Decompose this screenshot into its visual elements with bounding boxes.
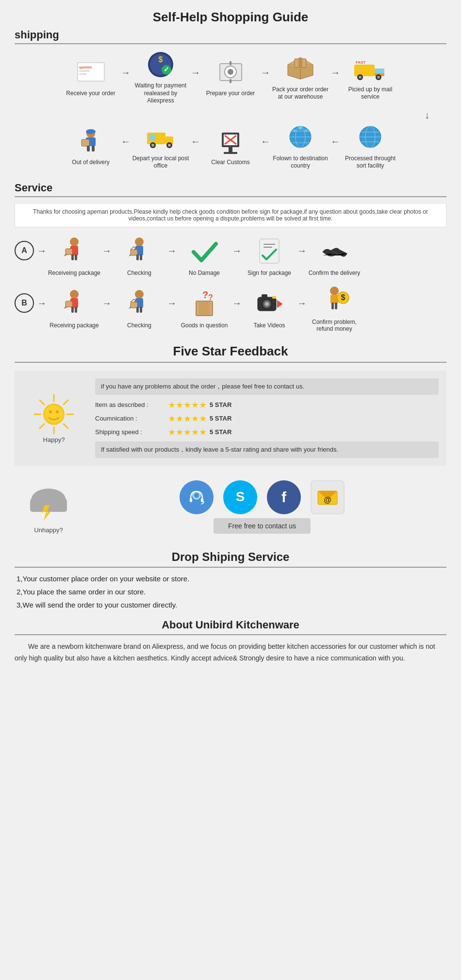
rating-row-2: Coumnication : ★★★★★ 5 STAR <box>95 413 439 424</box>
svg-rect-70 <box>260 239 279 263</box>
service-note: Thanks for choosing apeman products.Plea… <box>15 203 446 227</box>
svg-point-11 <box>228 69 233 75</box>
svg-point-111 <box>56 410 59 413</box>
svg-rect-97 <box>335 303 337 309</box>
service-no-damage: No Damage <box>178 235 231 276</box>
confirm-refund-label: Confirm problem, refund money <box>308 319 361 332</box>
service-checking-a: Checking <box>113 235 166 276</box>
prepare-label: Prepare your order <box>206 90 255 98</box>
svg-rect-71 <box>263 244 275 245</box>
svg-point-24 <box>359 76 362 79</box>
confirm-delivery-icon <box>317 235 351 267</box>
svg-point-53 <box>293 129 296 132</box>
arrow-a-1: → <box>102 245 112 256</box>
svg-rect-72 <box>263 247 272 248</box>
svg-point-78 <box>135 290 144 299</box>
svg-rect-46 <box>224 152 237 154</box>
contact-icons-group: S f <box>87 480 437 534</box>
svg-rect-19 <box>298 59 302 68</box>
happy-icon-container: Happy? <box>22 392 85 443</box>
take-videos-icon <box>252 287 286 319</box>
svg-rect-20 <box>354 65 375 76</box>
contact-cta: Free free to contact us <box>214 518 311 534</box>
svg-rect-80 <box>131 302 137 308</box>
sort-icon <box>353 123 387 152</box>
svg-point-110 <box>49 410 52 413</box>
svg-rect-76 <box>71 307 74 313</box>
skype-icon[interactable]: S <box>223 480 257 514</box>
checking-b-label: Checking <box>127 322 151 329</box>
receive-icon: apeman <box>74 58 108 87</box>
flow-customs: Clear Customs <box>201 127 260 167</box>
main-title: Self-Help Shopping Guide <box>15 10 446 25</box>
receive-a-label: Receiveing package <box>48 270 100 276</box>
facebook-icon[interactable]: f <box>267 480 301 514</box>
rating-row-3: Shipping speed : ★★★★★ 5 STAR <box>95 427 439 438</box>
stars-2: ★★★★★ <box>168 413 207 424</box>
customs-label: Clear Customs <box>211 159 249 167</box>
feedback-title: Five Star Feedback <box>15 344 446 363</box>
arrow-b-4: → <box>297 298 307 309</box>
arrow-left-4: ← <box>330 136 340 147</box>
service-receive-a: Receiveing package <box>48 235 101 276</box>
svg-line-106 <box>64 400 68 405</box>
no-damage-label: No Damage <box>189 270 220 276</box>
arrow-2: → <box>191 67 200 78</box>
no-damage-icon <box>187 235 221 267</box>
pickup-label: Picied up by mail service <box>341 86 399 101</box>
svg-rect-81 <box>136 307 139 313</box>
svg-rect-67 <box>131 250 137 255</box>
star-text-3: 5 STAR <box>210 428 231 436</box>
arrow-left-1: ← <box>121 136 131 147</box>
drop-item-3: 3,We will send the order to your custome… <box>15 601 446 609</box>
svg-rect-22 <box>375 68 384 73</box>
happy-label: Happy? <box>43 436 65 443</box>
receive-a-icon <box>57 235 91 267</box>
flow-sort: Processed throught sort facility <box>341 123 399 170</box>
contact-icons-row: S f <box>180 480 345 514</box>
svg-text:FAST: FAST <box>356 60 366 65</box>
svg-line-105 <box>64 424 68 428</box>
destination-label: Folown to destination country <box>271 155 329 170</box>
postoffice-icon <box>144 123 178 152</box>
star-text-2: 5 STAR <box>210 415 231 422</box>
svg-point-118 <box>194 493 199 498</box>
svg-rect-69 <box>140 254 142 260</box>
svg-rect-119 <box>190 498 192 502</box>
svg-rect-96 <box>331 303 334 309</box>
svg-rect-13 <box>230 79 231 83</box>
arrow-left-3: ← <box>261 136 270 147</box>
svg-text:?: ? <box>202 289 208 300</box>
shipping-row-2: Out of delivery ← Dep <box>15 123 446 170</box>
flow-prepare: Prepare your order <box>201 58 260 98</box>
svg-text:?: ? <box>208 293 213 302</box>
svg-text:apeman: apeman <box>79 66 92 69</box>
arrow-4: → <box>330 67 340 78</box>
flow-pickup: FAST Picied up by mail service <box>341 54 399 101</box>
unhappy-label: Unhappy? <box>34 526 63 534</box>
stars-1: ★★★★★ <box>168 400 207 410</box>
happy-feedback-box: Happy? if you have any problems about th… <box>15 371 446 466</box>
receive-b-icon <box>57 287 91 319</box>
checking-b-icon <box>122 287 156 319</box>
svg-text:✓: ✓ <box>164 66 169 73</box>
drop-item-2: 2,You place the same order in our store. <box>15 588 446 596</box>
shipping-section: shipping apeman Receive your order → <box>15 29 446 170</box>
rating-label-2: Coumnication : <box>95 415 168 422</box>
email-icon[interactable]: @ <box>311 480 345 514</box>
receive-b-label: Receiving package <box>49 322 99 329</box>
out-delivery-icon <box>74 127 108 156</box>
page-container: Self-Help Shopping Guide shipping apeman… <box>0 0 461 684</box>
flow-out-delivery: Out of delivery <box>62 127 120 167</box>
service-confirm-delivery: Confirm the delivery <box>308 235 361 276</box>
confirm-refund-icon: $ <box>317 284 351 316</box>
svg-rect-62 <box>66 249 72 254</box>
svg-rect-33 <box>92 146 95 152</box>
headset-icon[interactable] <box>180 480 214 514</box>
svg-rect-120 <box>201 498 203 502</box>
customs-icon <box>214 127 247 156</box>
arrow-3: → <box>261 67 270 78</box>
shipping-header: shipping <box>15 29 446 44</box>
sign-pkg-icon <box>252 235 286 267</box>
arrow-left-2: ← <box>191 136 200 147</box>
